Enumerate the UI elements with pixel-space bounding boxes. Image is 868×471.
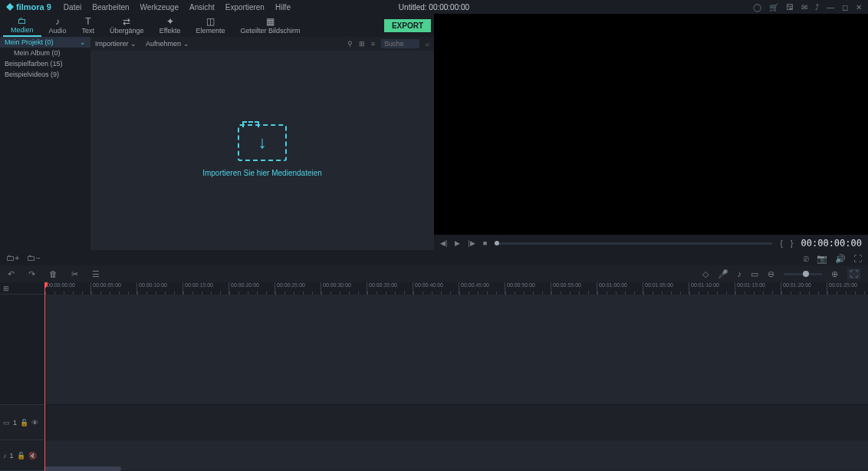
ruler-tick: 00:01:20:00: [781, 282, 827, 295]
tab-split-screen[interactable]: ▦Geteilter Bildschirm: [233, 14, 308, 37]
ruler-tick: 00:01:10:00: [689, 282, 735, 295]
delete-folder-icon[interactable]: 🗀−: [27, 253, 40, 262]
splitscreen-icon: ▦: [266, 17, 275, 26]
render-icon[interactable]: ▭: [751, 269, 758, 279]
preview-progress-slider[interactable]: [495, 242, 772, 245]
grid-view-icon[interactable]: ⊞: [359, 40, 365, 48]
search-input[interactable]: [381, 39, 419, 48]
tab-effekte[interactable]: ✦Effekte: [152, 14, 189, 37]
zoom-slider[interactable]: [784, 273, 822, 275]
snapshot-icon[interactable]: 📷: [817, 254, 827, 264]
ruler-tick: 00:00:15:00: [182, 282, 229, 295]
folder-tree: Mein Projekt (0)⌄ Mein Album (0) Beispie…: [0, 37, 90, 250]
marker-icon[interactable]: ◇: [702, 269, 709, 279]
tab-uebergaenge[interactable]: ⇄Übergänge: [102, 14, 152, 37]
upload-icon[interactable]: ⤴: [815, 3, 819, 12]
mute-icon[interactable]: 🔇: [28, 452, 37, 459]
lock-icon[interactable]: 🔓: [20, 419, 28, 427]
minimize-icon[interactable]: —: [827, 3, 834, 12]
record-dropdown[interactable]: Aufnehmen ⌄: [146, 40, 189, 48]
menu-exportieren[interactable]: Exportieren: [225, 3, 265, 12]
mixer-icon[interactable]: ♪: [738, 269, 742, 278]
mail-icon[interactable]: ✉: [801, 3, 807, 12]
folder-mein-projekt[interactable]: Mein Projekt (0)⌄: [0, 37, 90, 48]
menu-datei[interactable]: Datei: [64, 3, 81, 12]
timeline-empty-area[interactable]: [44, 295, 868, 405]
folder-mein-album[interactable]: Mein Album (0): [0, 48, 90, 58]
track-add-icon[interactable]: ⊞: [3, 285, 9, 292]
prev-frame-icon[interactable]: ◀|: [440, 239, 447, 247]
preview-video-area[interactable]: [434, 14, 868, 235]
lock-icon[interactable]: 🔓: [17, 452, 25, 459]
sort-icon[interactable]: ≡: [371, 40, 375, 48]
ruler-tick: 00:00:00:00: [44, 282, 90, 295]
close-icon[interactable]: ✕: [856, 3, 862, 12]
redo-icon[interactable]: ↷: [28, 269, 35, 279]
importer-dropdown[interactable]: Importierer ⌄: [95, 40, 136, 48]
folder-beispielvideos[interactable]: Beispielvideos (9): [0, 69, 90, 80]
ruler-tick: 00:00:50:00: [505, 282, 551, 295]
new-folder-icon[interactable]: 🗀+: [6, 253, 19, 262]
dropzone-text: Importieren Sie hier Mediendateien: [202, 169, 322, 177]
audio-track-icon: ♪: [3, 452, 7, 459]
transition-icon: ⇄: [123, 17, 130, 26]
video-track-header[interactable]: ▭ 1 🔓 👁: [0, 405, 44, 440]
media-dropzone[interactable]: ↓ Importieren Sie hier Mediendateien: [90, 51, 434, 250]
tab-medien[interactable]: 🗀Medien: [3, 14, 41, 37]
zoom-fit-icon[interactable]: ⛶: [847, 268, 860, 279]
video-track-1[interactable]: [44, 405, 868, 440]
screen-icon[interactable]: ⎚: [804, 254, 809, 263]
audio-track-header[interactable]: ♪ 1 🔓 🔇: [0, 440, 44, 471]
ruler-tick: 00:01:15:00: [735, 282, 781, 295]
edit-icon[interactable]: ☰: [92, 269, 100, 279]
mark-in-icon[interactable]: {: [780, 239, 783, 248]
delete-icon[interactable]: 🗑: [49, 269, 58, 278]
volume-icon[interactable]: 🔊: [835, 254, 846, 264]
elements-icon: ◫: [206, 17, 215, 26]
undo-icon[interactable]: ↶: [8, 269, 15, 279]
app-name: filmora 9: [16, 2, 51, 12]
search-icon[interactable]: ⌕: [426, 40, 429, 48]
next-frame-icon[interactable]: |▶: [468, 239, 475, 247]
tab-elemente[interactable]: ◫Elemente: [188, 14, 232, 37]
menu-bar: Datei Bearbeiten Werkzeuge Ansicht Expor…: [64, 3, 291, 12]
menu-werkzeuge[interactable]: Werkzeuge: [140, 3, 179, 12]
download-arrow-icon: ↓: [258, 133, 267, 153]
folder-beispielfarben[interactable]: Beispielfarben (15): [0, 58, 90, 69]
zoom-out-icon[interactable]: ⊖: [768, 269, 774, 279]
mark-out-icon[interactable]: }: [791, 239, 794, 248]
horizontal-scrollbar[interactable]: [44, 466, 121, 471]
fullscreen-icon[interactable]: ⛶: [853, 254, 862, 263]
menu-hilfe[interactable]: Hilfe: [275, 3, 291, 12]
ruler-tick: 00:00:40:00: [413, 282, 459, 295]
stop-icon[interactable]: ■: [483, 239, 487, 247]
zoom-in-icon[interactable]: ⊕: [831, 269, 838, 279]
video-track-number: 1: [13, 419, 17, 427]
ruler-tick: 00:00:30:00: [321, 282, 367, 295]
preview-panel: ◀| ▶ |▶ ■ { } 00:00:00:00 ⎚ 📷 🔊 ⛶: [434, 14, 868, 265]
preview-time: 00:00:00:00: [801, 238, 862, 249]
ruler-tick: 00:00:20:00: [229, 282, 275, 295]
ruler-tick: 00:00:55:00: [551, 282, 597, 295]
tab-text[interactable]: TText: [74, 14, 103, 37]
account-icon[interactable]: ◯: [753, 3, 761, 12]
eye-icon[interactable]: 👁: [31, 419, 38, 427]
filter-icon[interactable]: ⚲: [347, 40, 353, 48]
ruler-tick: 00:00:45:00: [459, 282, 505, 295]
maximize-icon[interactable]: ◻: [842, 3, 848, 12]
ruler-tick: 00:00:10:00: [136, 282, 182, 295]
cart-icon[interactable]: 🛒: [769, 3, 778, 12]
mic-icon[interactable]: 🎤: [718, 269, 728, 279]
tab-audio[interactable]: ♪Audio: [41, 14, 74, 37]
save-icon[interactable]: 🖫: [786, 3, 794, 12]
ruler-tick: 00:01:05:00: [643, 282, 689, 295]
play-icon[interactable]: ▶: [455, 239, 460, 247]
cut-icon[interactable]: ✂: [71, 269, 78, 279]
menu-ansicht[interactable]: Ansicht: [189, 3, 215, 12]
audio-track-1[interactable]: [44, 440, 868, 471]
playhead[interactable]: [44, 282, 45, 471]
menu-bearbeiten[interactable]: Bearbeiten: [92, 3, 129, 12]
audio-icon: ♪: [55, 17, 60, 26]
timeline-ruler[interactable]: 00:00:00:0000:00:05:0000:00:10:0000:00:1…: [44, 282, 868, 295]
export-button[interactable]: EXPORT: [384, 19, 431, 32]
